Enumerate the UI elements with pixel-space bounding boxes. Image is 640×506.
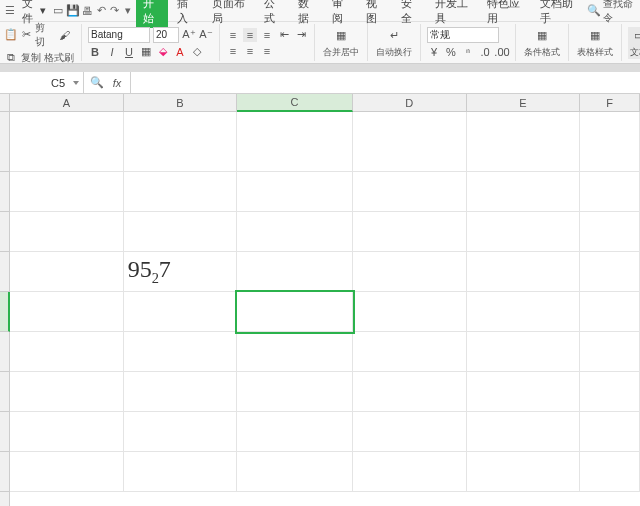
docs-button[interactable]: ▭ 文档: [628, 27, 640, 59]
cell[interactable]: [10, 412, 124, 452]
font-name-select[interactable]: Batang: [88, 27, 150, 43]
menu-icon[interactable]: ☰: [4, 4, 16, 18]
cell[interactable]: [580, 452, 640, 492]
cell[interactable]: [237, 172, 353, 212]
italic-button[interactable]: I: [105, 45, 119, 59]
row-header[interactable]: [0, 112, 10, 172]
cells-area[interactable]: 9527: [10, 112, 640, 506]
cell[interactable]: [353, 172, 467, 212]
select-all-corner[interactable]: [0, 94, 10, 112]
increase-font-icon[interactable]: A⁺: [182, 28, 196, 42]
cut-button[interactable]: 剪切: [35, 21, 50, 49]
cell[interactable]: [580, 332, 640, 372]
name-box[interactable]: C5: [0, 72, 84, 93]
cell[interactable]: [10, 212, 124, 252]
cell[interactable]: [237, 372, 353, 412]
cell[interactable]: [467, 372, 581, 412]
copy-icon[interactable]: ⧉: [4, 51, 18, 65]
underline-button[interactable]: U: [122, 45, 136, 59]
cell[interactable]: [580, 112, 640, 172]
cell[interactable]: 9527: [124, 252, 238, 292]
font-size-select[interactable]: 20: [153, 27, 179, 43]
cell[interactable]: [10, 332, 124, 372]
row-header[interactable]: [0, 412, 10, 452]
scissors-icon[interactable]: ✂: [21, 28, 32, 42]
cell[interactable]: [580, 252, 640, 292]
align-bottom-icon[interactable]: ≡: [260, 28, 274, 42]
format-painter-label[interactable]: 格式刷: [44, 51, 74, 65]
cell[interactable]: [353, 372, 467, 412]
cell[interactable]: [237, 292, 353, 332]
fx-icon[interactable]: fx: [110, 76, 124, 90]
thousands-icon[interactable]: ⁿ: [461, 45, 475, 59]
cell[interactable]: [124, 212, 238, 252]
cell[interactable]: [467, 412, 581, 452]
table-fmt-button[interactable]: ▦ 表格样式: [575, 27, 615, 59]
cell[interactable]: [10, 252, 124, 292]
cell[interactable]: [467, 332, 581, 372]
cell[interactable]: [237, 332, 353, 372]
cell[interactable]: [467, 252, 581, 292]
cell[interactable]: [580, 372, 640, 412]
cell[interactable]: [353, 452, 467, 492]
number-format-select[interactable]: 常规: [427, 27, 499, 43]
font-color-button[interactable]: A: [173, 45, 187, 59]
cell[interactable]: [10, 452, 124, 492]
bold-button[interactable]: B: [88, 45, 102, 59]
format-painter-button[interactable]: 🖌: [53, 26, 75, 44]
align-top-icon[interactable]: ≡: [226, 28, 240, 42]
cell[interactable]: [10, 372, 124, 412]
cell[interactable]: [467, 212, 581, 252]
cell[interactable]: [237, 252, 353, 292]
zoom-icon[interactable]: 🔍: [90, 76, 104, 90]
cell[interactable]: [124, 452, 238, 492]
cell[interactable]: [467, 172, 581, 212]
cell[interactable]: [353, 292, 467, 332]
indent-dec-icon[interactable]: ⇤: [277, 28, 291, 42]
wrap-text-button[interactable]: ↵ 自动换行: [374, 27, 414, 59]
cell[interactable]: [124, 412, 238, 452]
copy-button[interactable]: 复制: [21, 51, 41, 65]
align-left-icon[interactable]: ≡: [226, 44, 240, 58]
column-header[interactable]: E: [467, 94, 581, 112]
cell[interactable]: [580, 412, 640, 452]
decrease-font-icon[interactable]: A⁻: [199, 28, 213, 42]
row-header[interactable]: [0, 252, 10, 292]
cell[interactable]: [353, 412, 467, 452]
indent-inc-icon[interactable]: ⇥: [294, 28, 308, 42]
cell[interactable]: [580, 172, 640, 212]
new-doc-icon[interactable]: ▭: [52, 4, 64, 18]
border-button[interactable]: ▦: [139, 45, 153, 59]
cell[interactable]: [467, 292, 581, 332]
row-header[interactable]: [0, 332, 10, 372]
print-icon[interactable]: 🖶: [82, 4, 94, 18]
search-icon[interactable]: 🔍: [587, 4, 601, 18]
cell[interactable]: [124, 332, 238, 372]
cell[interactable]: [237, 212, 353, 252]
clear-format-button[interactable]: ◇: [190, 45, 204, 59]
row-header[interactable]: [0, 292, 10, 332]
align-middle-icon[interactable]: ≡: [243, 28, 257, 42]
save-icon[interactable]: 💾: [66, 4, 80, 18]
align-center-icon[interactable]: ≡: [243, 44, 257, 58]
chevron-down-icon[interactable]: ▾: [123, 4, 135, 18]
cell[interactable]: [467, 112, 581, 172]
cell[interactable]: [124, 172, 238, 212]
row-header[interactable]: [0, 212, 10, 252]
paste-icon[interactable]: 📋: [4, 27, 18, 43]
cell[interactable]: [10, 172, 124, 212]
undo-icon[interactable]: ↶: [95, 4, 107, 18]
cell[interactable]: [237, 412, 353, 452]
cell[interactable]: [580, 212, 640, 252]
dec-decrease-icon[interactable]: .00: [495, 45, 509, 59]
row-header[interactable]: [0, 372, 10, 412]
cell[interactable]: [124, 372, 238, 412]
cell[interactable]: [124, 292, 238, 332]
dec-increase-icon[interactable]: .0: [478, 45, 492, 59]
cell[interactable]: [10, 292, 124, 332]
search-placeholder[interactable]: 查找命令: [603, 0, 636, 25]
column-header[interactable]: B: [124, 94, 238, 112]
formula-input[interactable]: [131, 72, 640, 93]
cell[interactable]: [237, 452, 353, 492]
cell[interactable]: [353, 112, 467, 172]
